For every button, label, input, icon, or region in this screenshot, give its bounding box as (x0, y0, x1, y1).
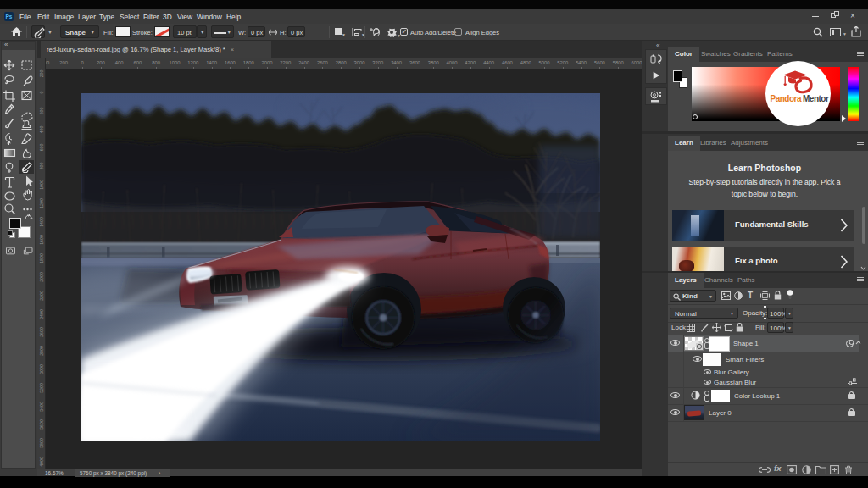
svg-text:Pandora: Pandora (771, 94, 802, 103)
svg-text:Mentor: Mentor (803, 94, 829, 103)
